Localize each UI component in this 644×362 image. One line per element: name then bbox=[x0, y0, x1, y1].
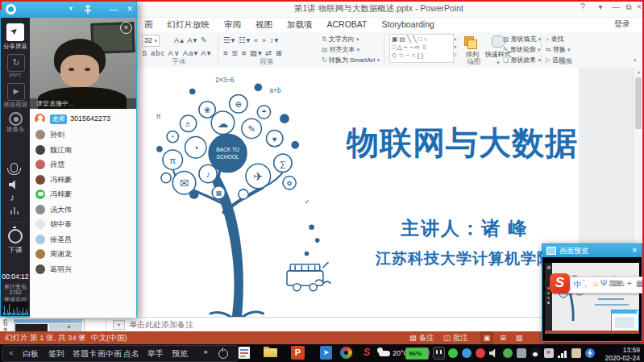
account-icon[interactable]: ♙ bbox=[618, 279, 625, 288]
taskbar-blue-app-icon[interactable]: ➤ bbox=[320, 346, 332, 360]
voice-input-icon[interactable]: Ψ bbox=[600, 279, 607, 288]
student-row[interactable]: 薛慧 bbox=[30, 158, 136, 172]
student-row[interactable]: 魏江南 bbox=[30, 144, 136, 157]
slide-title-text[interactable]: 物联网与大数据 bbox=[347, 121, 578, 165]
speaker-icon[interactable] bbox=[9, 180, 19, 189]
find-button[interactable]: ⌕查找 bbox=[546, 35, 563, 44]
dock-collapse-icon[interactable]: « bbox=[9, 348, 14, 357]
tab-3[interactable]: 视图 bbox=[248, 17, 280, 32]
tab-5[interactable]: ACROBAT bbox=[320, 17, 375, 32]
collapse-ribbon-icon[interactable]: ▴ bbox=[634, 56, 637, 63]
emoji-icon[interactable]: ☺ bbox=[592, 279, 600, 288]
student-row[interactable]: 冯梓豪 bbox=[30, 188, 136, 202]
tray-green-app-icon[interactable] bbox=[503, 348, 513, 358]
ribbon-display-options-icon[interactable]: ▾ bbox=[593, 0, 608, 15]
tab-2[interactable]: 审阅 bbox=[217, 17, 248, 32]
taskbar-file-explorer-icon[interactable] bbox=[264, 348, 277, 357]
tray-security-icon[interactable] bbox=[476, 348, 485, 358]
student-row[interactable]: 徐圣昌 bbox=[30, 233, 136, 247]
dock-item-3[interactable]: 画中画 bbox=[98, 348, 122, 360]
tab-4[interactable]: 加载项 bbox=[280, 17, 320, 32]
power-icon[interactable] bbox=[218, 349, 228, 359]
tree-doodle-illustration[interactable]: BACK TOSCHOOL✉♪✈∑π◔☁✎♥♬❀⊕☂+✿▦ 2×3=6a+bπ✓ bbox=[142, 71, 350, 318]
notes-placeholder[interactable]: 单击此处添加备注 bbox=[129, 319, 193, 331]
teacher-row[interactable]: 老师 3015642273 bbox=[30, 112, 136, 126]
student-row[interactable]: 胡中泰 bbox=[30, 218, 136, 231]
student-row[interactable]: 孙剑 bbox=[30, 128, 136, 142]
dock-item-4[interactable]: 点名 bbox=[123, 348, 139, 360]
convert-smartart-button[interactable]: ↻转换为 SmartArt ▾ bbox=[322, 56, 380, 64]
tray-signal-icon[interactable] bbox=[558, 348, 567, 358]
scroll-down-icon[interactable]: ▾ bbox=[452, 43, 459, 51]
shape-outline-button[interactable]: ✎形状轮廓 ▾ bbox=[503, 45, 540, 54]
tab-6[interactable]: Storyboarding bbox=[374, 17, 441, 32]
dock-item-2[interactable]: 答题卡 bbox=[73, 348, 97, 360]
language-button[interactable]: 中文(中国) bbox=[91, 331, 127, 344]
tray-volume-icon[interactable] bbox=[489, 348, 499, 358]
notes-toggle-button[interactable]: ▤ 备注 bbox=[409, 331, 434, 344]
list-indent-icons[interactable]: ☰▾ ☷▾ « » ↕▾ bbox=[223, 35, 279, 44]
sign-in-link[interactable]: 登录 bbox=[614, 19, 630, 30]
student-row[interactable]: 汤大伟 bbox=[30, 203, 136, 217]
font-style-icons[interactable]: S abc A∨ Aa▾ A▾ bbox=[142, 48, 211, 57]
reading-view-button[interactable]: ▨ bbox=[513, 331, 526, 344]
tray-browser-icon[interactable] bbox=[462, 348, 472, 358]
slide-thumbnail-pane[interactable]: 6 ★ bbox=[0, 317, 106, 332]
dock-item-1[interactable]: 签到 bbox=[48, 348, 64, 360]
dock-item-6[interactable]: 预览 bbox=[172, 348, 188, 360]
slide-affiliation-text[interactable]: 江苏科技大学计算机学院 bbox=[376, 248, 553, 269]
tray-network-error-icon[interactable]: × bbox=[544, 348, 554, 358]
replace-button[interactable]: ⇆替换 ▾ bbox=[546, 45, 570, 54]
chevron-down-icon[interactable]: ▾ bbox=[65, 1, 77, 17]
music-icon[interactable]: ♪ bbox=[10, 192, 15, 203]
help-icon[interactable]: ? bbox=[575, 0, 590, 15]
normal-view-button[interactable]: ▣ bbox=[480, 331, 493, 344]
dock-item-0[interactable]: 白板 bbox=[23, 348, 39, 360]
equalizer-icon[interactable] bbox=[10, 206, 20, 214]
teacher-webcam-video[interactable]: × 课堂直播中... bbox=[30, 18, 136, 109]
end-class-timer-icon[interactable] bbox=[8, 229, 23, 243]
notes-collapse-icon[interactable]: ▾ bbox=[113, 320, 125, 330]
alignment-icons[interactable]: ≡ ≣ ≡ ▤▾ ⇄ ⊞ bbox=[223, 48, 283, 57]
font-grow-shrink-icons[interactable]: A▴ A▾ ✎ bbox=[174, 35, 208, 44]
shapes-gallery[interactable]: ▣▤╲╲□○□△⌐¬⇨⇩◇☆~∩{} bbox=[389, 34, 454, 63]
tray-green-status-icon[interactable] bbox=[448, 348, 458, 358]
tab-0[interactable]: 画 bbox=[137, 17, 160, 32]
sogou-logo-icon[interactable]: S bbox=[550, 273, 570, 293]
battery-indicator[interactable]: 96% bbox=[405, 347, 429, 360]
tray-action-center-icon[interactable] bbox=[571, 348, 581, 358]
student-row[interactable]: 冯梓豪 bbox=[30, 173, 136, 187]
spellcheck-icon[interactable]: ✔ bbox=[80, 331, 85, 344]
share-screen-button[interactable]: ➤ bbox=[6, 23, 24, 41]
video-close-icon[interactable]: × bbox=[120, 22, 132, 34]
punctuation-icon[interactable]: ’, bbox=[583, 279, 587, 288]
scrollbar-thumb[interactable] bbox=[635, 77, 642, 129]
skin-icon[interactable]: + bbox=[627, 279, 632, 288]
taskbar-class-camera-icon[interactable] bbox=[339, 345, 354, 360]
align-text-button[interactable]: ▤对齐文本 ▾ bbox=[322, 45, 359, 54]
taskbar-document-app-icon[interactable] bbox=[239, 347, 250, 359]
conference-close-icon[interactable]: × bbox=[124, 1, 135, 17]
slide-sorter-view-button[interactable]: ⊞ bbox=[497, 331, 509, 344]
slide-speaker-text[interactable]: 主讲人：诸 峰 bbox=[401, 216, 528, 241]
shape-fill-button[interactable]: ▨形状填充 ▾ bbox=[503, 35, 541, 44]
chinese-mode-icon[interactable]: 中 bbox=[574, 279, 582, 290]
font-size-combo[interactable]: 32 ▾ bbox=[142, 35, 160, 47]
preview-close-icon[interactable]: × bbox=[632, 245, 637, 255]
taskbar-clock[interactable]: 13:59 2020-02-24 bbox=[598, 346, 640, 362]
shapes-gallery-scroll[interactable]: ▴ ▾ ≡ bbox=[452, 35, 459, 59]
shape-effects-button[interactable]: ❑形状效果 ▾ bbox=[503, 56, 541, 64]
play-video-button[interactable]: ▶ bbox=[7, 83, 25, 101]
tab-1[interactable]: 幻灯片放映 bbox=[160, 17, 218, 32]
tray-qq-icon[interactable] bbox=[530, 348, 540, 358]
comments-toggle-button[interactable]: ◫ 批注 bbox=[443, 331, 468, 344]
tray-thunder-icon[interactable] bbox=[585, 348, 595, 358]
sogou-tray-icon[interactable]: S bbox=[364, 347, 370, 358]
scroll-up-icon[interactable]: ▴ bbox=[452, 35, 459, 43]
camera-icon[interactable] bbox=[9, 112, 23, 126]
student-row[interactable]: 周谢龙 bbox=[30, 248, 136, 261]
conference-minimize-icon[interactable]: — bbox=[108, 1, 119, 17]
conference-titlebar[interactable]: ▾ — × bbox=[1, 1, 136, 18]
dock-expand-icon[interactable]: ► bbox=[203, 348, 210, 356]
text-direction-button[interactable]: ⇅文字方向 ▾ bbox=[322, 35, 359, 44]
